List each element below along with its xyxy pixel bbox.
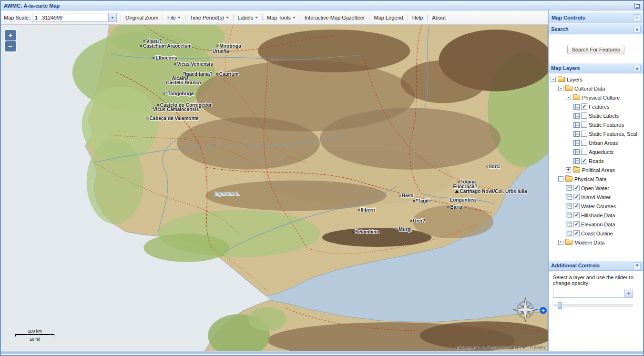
layer-checkbox[interactable]: ✓ xyxy=(581,158,587,164)
tree-node-coast-outline[interactable]: ✓Coast Outline xyxy=(549,229,643,238)
zoom-in-button[interactable]: + xyxy=(5,30,16,41)
opacity-layer-select[interactable] xyxy=(553,289,633,298)
folder-icon xyxy=(573,95,580,100)
tree-node-open-water[interactable]: ✓Open Water xyxy=(549,183,643,193)
layer-checkbox[interactable] xyxy=(581,112,587,119)
tree-node-water-courses[interactable]: ✓Water Courses xyxy=(549,202,643,211)
map-scale-dropdown-icon[interactable] xyxy=(108,13,116,21)
search-panel-header[interactable]: Search ▲ xyxy=(549,24,643,34)
map-viewport[interactable]: Viseu?Castellum AraocelumMirobrigaUrueña… xyxy=(1,25,548,351)
toolbar-button-about[interactable]: About xyxy=(429,13,449,22)
opacity-slider[interactable] xyxy=(553,302,633,309)
search-for-features-button[interactable]: Search For Features xyxy=(567,45,625,54)
toolbar-button-file[interactable]: File xyxy=(164,13,184,22)
tree-node-label: Inland Water xyxy=(581,194,611,200)
folder-icon xyxy=(558,77,565,82)
collapse-layers-panel-icon[interactable]: ▲ xyxy=(634,65,641,72)
toolbar-button-original-zoom[interactable]: Original Zoom xyxy=(122,13,162,22)
tree-node-roads[interactable]: ✓Roads xyxy=(549,156,643,165)
tree-node-label: Static Labels xyxy=(589,113,619,119)
tree-node-political-areas[interactable]: +Political Areas xyxy=(549,165,643,174)
tree-node-label: Layers xyxy=(567,77,583,82)
additional-controls-header[interactable]: Additional Controls ▼ xyxy=(549,260,643,271)
tree-node-label: Roads xyxy=(589,158,604,164)
toolbar-button-map-legend[interactable]: Map Legend xyxy=(370,13,406,22)
tree-node-physical-culture[interactable]: -Physical Culture xyxy=(549,93,643,102)
tree-node-aqueducts[interactable]: Aqueducts xyxy=(549,147,643,156)
expand-node-icon[interactable]: + xyxy=(558,240,563,245)
expand-node-icon[interactable]: + xyxy=(566,167,571,173)
tree-node-features[interactable]: ✓Features xyxy=(549,102,643,111)
map-controls-header: Map Controls » xyxy=(549,12,643,23)
toolbar-button-label: Time Period(s) xyxy=(190,15,224,20)
toolbar-button-label: Map Tools xyxy=(267,15,291,20)
layer-icon xyxy=(573,149,580,155)
toolbar-button-help[interactable]: Help xyxy=(409,13,427,22)
layer-checkbox[interactable] xyxy=(581,149,587,155)
layer-checkbox[interactable]: ✓ xyxy=(573,194,580,200)
tree-node-label: Physical Data xyxy=(574,176,606,182)
layer-checkbox[interactable] xyxy=(581,131,587,137)
opacity-layer-dropdown-icon[interactable] xyxy=(624,289,633,297)
layer-checkbox[interactable]: ✓ xyxy=(581,103,587,110)
toolbar-separator xyxy=(163,14,163,21)
folder-icon xyxy=(565,240,572,245)
overview-map-toggle-button[interactable]: + xyxy=(540,307,547,314)
opacity-instructions: Select a layer and use the slider to cha… xyxy=(553,275,639,286)
tree-node-physical-data[interactable]: -Physical Data xyxy=(549,174,643,183)
tree-node-modern-data[interactable]: +Modern Data xyxy=(549,238,643,247)
map-controls-title: Map Controls xyxy=(552,15,585,20)
toolbar-button-time-period-s[interactable]: Time Period(s) xyxy=(186,13,232,22)
app-window: AWMC: À-la-carte Map Map Scale: 1 : 3124… xyxy=(0,0,644,356)
scalebar-mi-label: 50 mi xyxy=(13,337,56,342)
collapse-node-icon[interactable]: - xyxy=(551,77,556,82)
additional-controls-title: Additional Controls xyxy=(551,263,600,268)
opacity-slider-thumb[interactable] xyxy=(558,302,562,309)
opacity-slider-track[interactable] xyxy=(553,305,633,306)
restore-window-icon[interactable] xyxy=(634,3,640,9)
tree-node-urban-areas[interactable]: Urban Areas xyxy=(549,138,643,147)
layer-checkbox[interactable]: ✓ xyxy=(573,203,580,209)
expand-additional-panel-icon[interactable]: ▼ xyxy=(634,262,641,269)
tree-node-static-labels[interactable]: Static Labels xyxy=(549,111,643,120)
collapse-search-panel-icon[interactable]: ▲ xyxy=(634,26,641,33)
tree-node-label: Water Courses xyxy=(581,203,616,209)
layer-checkbox[interactable] xyxy=(581,140,587,146)
tree-node-label: Physical Culture xyxy=(582,95,620,101)
collapse-node-icon[interactable]: - xyxy=(558,176,563,182)
toolbar-button-label: About xyxy=(432,15,446,20)
layer-icon xyxy=(573,122,580,128)
toolbar-separator xyxy=(185,14,185,21)
tree-node-hillshade-data[interactable]: ✓Hillshade Data xyxy=(549,211,643,220)
chevron-down-icon xyxy=(111,17,114,19)
tree-node-static-features-scal[interactable]: Static Features, Scal xyxy=(549,129,643,138)
tree-node-label: Static Features xyxy=(589,122,624,128)
toolbar-button-labels[interactable]: Labels xyxy=(235,13,261,22)
layer-checkbox[interactable] xyxy=(581,122,587,128)
layer-checkbox[interactable]: ✓ xyxy=(573,212,580,218)
layer-checkbox[interactable]: ✓ xyxy=(573,185,580,191)
tree-node-static-features[interactable]: Static Features xyxy=(549,120,643,129)
layer-checkbox[interactable]: ✓ xyxy=(573,230,580,236)
toolbar-separator xyxy=(408,14,408,21)
window-titlebar: AWMC: À-la-carte Map xyxy=(1,1,643,10)
toolbar-buttons: Original ZoomFileTime Period(s)LabelsMap… xyxy=(120,13,449,22)
tree-node-layers[interactable]: -Layers xyxy=(549,75,643,84)
map-layers-panel-header[interactable]: Map Layers ▲ xyxy=(549,63,643,73)
layer-checkbox[interactable]: ✓ xyxy=(573,221,580,227)
map-scale-combobox[interactable]: 1 : 3124999 xyxy=(32,13,117,22)
dropdown-arrow-icon xyxy=(255,17,258,19)
zoom-out-button[interactable]: − xyxy=(5,41,16,51)
tree-node-elevation-data[interactable]: ✓Elevation Data xyxy=(549,220,643,229)
collapse-node-icon[interactable]: - xyxy=(558,86,563,91)
toolbar-button-interactive-map-gazetteer[interactable]: Interactive Map Gazetteer xyxy=(301,13,368,22)
collapse-sidebar-icon[interactable]: » xyxy=(633,14,640,21)
tree-node-label: Political Areas xyxy=(582,167,615,173)
main-toolbar: Map Scale: 1 : 3124999 Original ZoomFile… xyxy=(1,10,548,25)
layer-icon xyxy=(573,113,580,119)
toolbar-button-label: Labels xyxy=(238,15,253,20)
toolbar-button-map-tools[interactable]: Map Tools xyxy=(264,13,299,22)
tree-node-cultural-data[interactable]: -Cultural Data xyxy=(549,84,643,93)
collapse-node-icon[interactable]: - xyxy=(566,95,571,100)
tree-node-inland-water[interactable]: ✓Inland Water xyxy=(549,193,643,202)
